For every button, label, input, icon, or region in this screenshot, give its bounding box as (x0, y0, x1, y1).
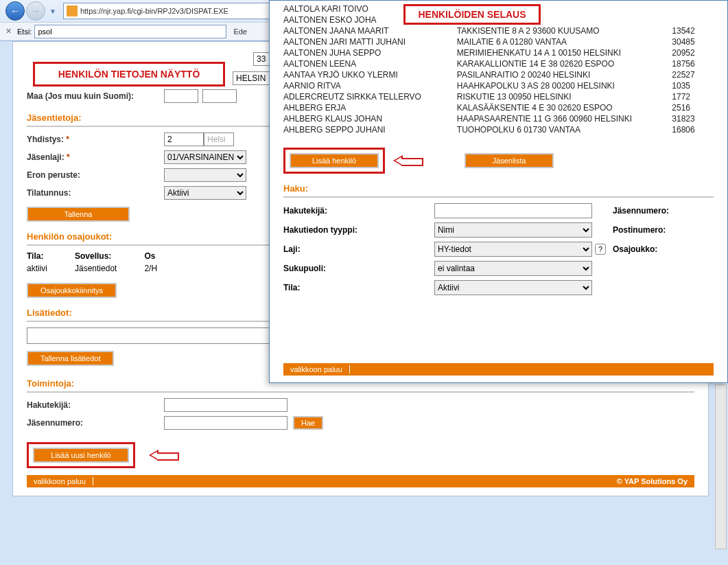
yhdistys-input[interactable] (164, 132, 204, 146)
site-icon (67, 5, 78, 16)
hakutiedon-label: Hakutiedon tyyppi: (283, 225, 434, 235)
hakutekija-label-left: Hakutekijä: (27, 400, 164, 410)
postinumero-label: Postinumero: (613, 225, 709, 235)
sukupuoli-select[interactable]: ei valintaa (434, 261, 592, 276)
maa-input-1[interactable] (164, 89, 198, 103)
table-row[interactable]: AALTONEN JUHA SEPPOMERIMIEHENKATU 14 A 1… (283, 47, 714, 58)
lisaa-uusi-henkilo-button[interactable]: Lisää uusi henkilö (33, 448, 129, 463)
find-next-label: Ede (233, 27, 247, 36)
jasenlista-button[interactable]: Jäsenlista (465, 153, 554, 168)
eron-select[interactable] (164, 168, 246, 182)
valikkoon-paluu-right[interactable]: valikkoon paluu (283, 365, 350, 373)
osajoukot-heading: Henkilön osajoukot: (27, 231, 287, 242)
find-label: Etsi: (17, 27, 32, 36)
hakutekija-input-left[interactable] (164, 398, 287, 412)
table-row[interactable]: AHLBERG ERJAKALASÄÄKSENTIE 4 E 30 02620 … (283, 102, 714, 113)
history-dropdown-icon[interactable]: ▼ (49, 8, 56, 15)
hakutekija-label: Hakutekijä: (283, 206, 434, 216)
tila-header: Tila: (27, 251, 47, 261)
tilatunnus-select[interactable]: Aktiivi (164, 186, 246, 200)
lisaa-henkilo-button[interactable]: Lisää henkilö (290, 153, 379, 168)
laji-label: Laji: (283, 244, 434, 254)
forward-button[interactable]: → (26, 1, 45, 21)
copyright: © YAP Solutions Oy (610, 477, 694, 485)
tallenna-lisatiedot-button[interactable]: Tallenna lisätiedot (27, 351, 114, 366)
lisaa-uusi-box: Lisää uusi henkilö (27, 442, 135, 468)
maa-label: Maa (Jos muu kuin Suomi): (27, 91, 164, 101)
jasennumero-label: Jäsennumero: (613, 206, 709, 216)
osajoukkokiinnitys-button[interactable]: Osajoukkokiinnitys (27, 283, 117, 298)
close-icon[interactable]: ✕ (5, 27, 12, 36)
table-row[interactable]: AHLBERG SEPPO JUHANITUOHOPOLKU 6 01730 V… (283, 124, 714, 135)
jasenlaji-label: Jäsenlaji: (27, 152, 64, 162)
eron-label: Eron peruste: (27, 170, 164, 180)
os-header: Os (144, 251, 157, 261)
callout-left: HENKILÖN TIETOJEN NÄYTTÖ (33, 62, 225, 87)
sukupuoli-label: Sukupuoli: (283, 264, 434, 273)
jasennumero-label-left: Jäsennumero: (27, 418, 164, 428)
sovellus-header: Sovellus: (75, 251, 117, 261)
help-icon[interactable]: ? (595, 244, 606, 255)
footer-bar-left: valikkoon paluu © YAP Solutions Oy (27, 475, 694, 487)
yhdistys-hint[interactable] (204, 132, 234, 146)
arrow-icon-right (393, 155, 423, 166)
footer-bar-right: valikkoon paluu (283, 363, 714, 376)
jasentietoja-heading: Jäsentietoja: (27, 113, 287, 123)
osajoukko-label: Osajoukko: (613, 244, 709, 254)
table-row[interactable]: AALTONEN JAANA MAARITTAKKISENTIE 8 A 2 9… (283, 25, 714, 36)
os-value: 2/H (144, 264, 157, 273)
jasenlaji-select[interactable]: 01/VARSINAINEN (164, 150, 246, 164)
arrow-icon (149, 450, 179, 461)
table-row[interactable]: AALTONEN JARI MATTI JUHANIMAILATIE 6 A 0… (283, 36, 714, 47)
scrollbar[interactable] (715, 384, 727, 549)
hakutekija-input[interactable] (434, 203, 592, 218)
maa-input-2[interactable] (202, 89, 237, 103)
address-bar[interactable]: https://njr.yap.fi/cgi-bin/RPJ2v3/DISPAT… (63, 3, 283, 19)
hakutiedon-select[interactable]: Nimi (434, 222, 592, 238)
tilatunnus-label: Tilatunnus: (27, 188, 164, 198)
tallenna-button[interactable]: Tallenna (27, 207, 130, 222)
jasennumero-input-left[interactable] (164, 416, 287, 430)
tila-value: aktiivi (27, 264, 47, 273)
url-text: https://njr.yap.fi/cgi-bin/RPJ2v3/DISPAT… (80, 7, 228, 15)
lisaa-henkilo-box: Lisää henkilö (283, 148, 385, 174)
table-row[interactable]: AANTAA YRJÖ UKKO YLERMIPASILANRAITIO 2 0… (283, 69, 714, 80)
callout-right: HENKILÖIDEN SELAUS (403, 4, 541, 25)
valikkoon-paluu-left[interactable]: valikkoon paluu (27, 477, 93, 485)
table-row[interactable]: AARNIO RITVAHAAHKAPOLKU 3 AS 28 00200 HE… (283, 80, 714, 91)
table-row[interactable]: AALTONEN LEENAKARAKALLIONTIE 14 E 38 026… (283, 58, 714, 69)
find-input[interactable] (34, 25, 226, 38)
laji-select[interactable]: HY-tiedot (434, 242, 592, 257)
tila-label-right: Tila: (283, 283, 434, 292)
tila-select-right[interactable]: Aktiivi (434, 280, 592, 295)
sovellus-value: Jäsentiedot (75, 264, 117, 273)
right-window: AALTOLA KARI TOIVOAALTONEN ESKO JOHAAALT… (269, 0, 728, 383)
table-row[interactable]: AHLBERG KLAUS JOHANHAAPASAARENTIE 11 G 3… (283, 113, 714, 124)
hae-button[interactable]: Hae (293, 416, 323, 430)
haku-heading: Haku: (283, 183, 714, 194)
table-row[interactable]: ADLERCREUTZ SIRKKA TELLERVORISKUTIE 13 0… (283, 91, 714, 102)
yhdistys-label: Yhdistys: (27, 135, 64, 144)
back-button[interactable]: ← (5, 1, 25, 21)
